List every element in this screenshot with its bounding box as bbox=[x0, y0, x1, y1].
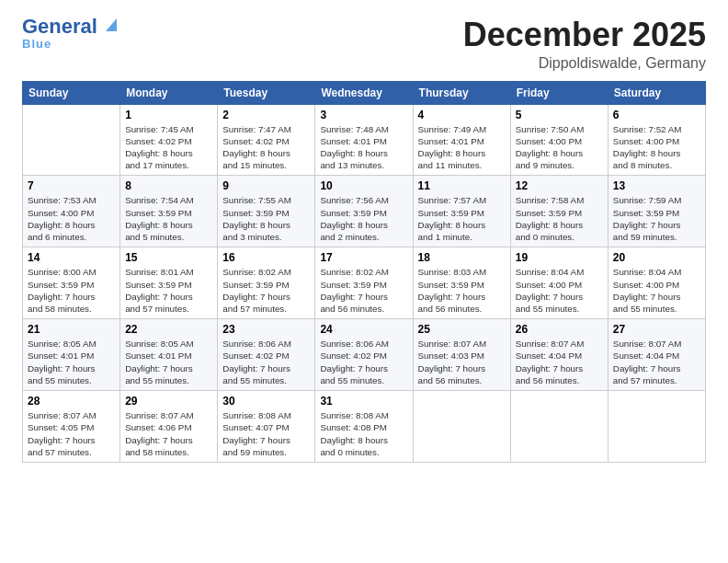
calendar-title: December 2025 bbox=[463, 17, 706, 53]
day-number: 11 bbox=[418, 179, 506, 192]
day-info: Sunrise: 8:08 AMSunset: 4:07 PMDaylight:… bbox=[222, 409, 310, 458]
table-row: 24Sunrise: 8:06 AMSunset: 4:02 PMDayligh… bbox=[315, 319, 413, 391]
day-number: 17 bbox=[320, 251, 407, 264]
logo-icon bbox=[98, 15, 119, 35]
day-info: Sunrise: 7:56 AMSunset: 3:59 PMDaylight:… bbox=[320, 194, 407, 243]
col-thursday: Thursday bbox=[413, 81, 510, 104]
table-row: 10Sunrise: 7:56 AMSunset: 3:59 PMDayligh… bbox=[315, 176, 413, 247]
header: General Blue December 2025 Dippoldiswald… bbox=[22, 17, 706, 72]
day-number: 12 bbox=[516, 179, 603, 192]
table-row: 22Sunrise: 8:05 AMSunset: 4:01 PMDayligh… bbox=[120, 319, 218, 391]
calendar-week-row: 1Sunrise: 7:45 AMSunset: 4:02 PMDaylight… bbox=[23, 104, 706, 176]
table-row: 21Sunrise: 8:05 AMSunset: 4:01 PMDayligh… bbox=[23, 319, 120, 391]
day-number: 27 bbox=[613, 323, 700, 336]
calendar-week-row: 7Sunrise: 7:53 AMSunset: 4:00 PMDaylight… bbox=[23, 176, 706, 247]
day-info: Sunrise: 8:07 AMSunset: 4:04 PMDaylight:… bbox=[613, 338, 700, 386]
calendar-week-row: 14Sunrise: 8:00 AMSunset: 3:59 PMDayligh… bbox=[23, 247, 706, 319]
day-number: 14 bbox=[28, 251, 115, 264]
logo-general: General bbox=[22, 17, 97, 37]
calendar-subtitle: Dippoldiswalde, Germany bbox=[463, 55, 706, 72]
svg-marker-0 bbox=[106, 18, 117, 31]
day-info: Sunrise: 8:08 AMSunset: 4:08 PMDaylight:… bbox=[320, 409, 407, 458]
table-row: 14Sunrise: 8:00 AMSunset: 3:59 PMDayligh… bbox=[23, 247, 120, 319]
day-number: 1 bbox=[125, 109, 212, 121]
day-info: Sunrise: 7:55 AMSunset: 3:59 PMDaylight:… bbox=[222, 194, 310, 243]
logo-blue: Blue bbox=[22, 37, 51, 51]
day-info: Sunrise: 8:01 AMSunset: 3:59 PMDaylight:… bbox=[125, 266, 212, 315]
day-number: 6 bbox=[613, 109, 700, 121]
day-info: Sunrise: 7:53 AMSunset: 4:00 PMDaylight:… bbox=[28, 194, 115, 243]
table-row: 27Sunrise: 8:07 AMSunset: 4:04 PMDayligh… bbox=[608, 319, 705, 391]
day-info: Sunrise: 7:50 AMSunset: 4:00 PMDaylight:… bbox=[516, 123, 603, 172]
col-sunday: Sunday bbox=[23, 81, 120, 104]
table-row: 9Sunrise: 7:55 AMSunset: 3:59 PMDaylight… bbox=[218, 176, 315, 247]
day-info: Sunrise: 8:02 AMSunset: 3:59 PMDaylight:… bbox=[320, 266, 407, 315]
logo: General Blue bbox=[22, 17, 119, 51]
day-number: 21 bbox=[28, 323, 115, 336]
day-number: 9 bbox=[222, 179, 310, 192]
title-block: December 2025 Dippoldiswalde, Germany bbox=[463, 17, 706, 72]
table-row: 3Sunrise: 7:48 AMSunset: 4:01 PMDaylight… bbox=[315, 104, 413, 176]
day-info: Sunrise: 7:59 AMSunset: 3:59 PMDaylight:… bbox=[613, 194, 700, 243]
table-row: 2Sunrise: 7:47 AMSunset: 4:02 PMDaylight… bbox=[218, 104, 315, 176]
day-number: 24 bbox=[320, 323, 407, 336]
day-number: 30 bbox=[222, 395, 310, 408]
day-info: Sunrise: 8:05 AMSunset: 4:01 PMDaylight:… bbox=[28, 338, 115, 386]
col-monday: Monday bbox=[120, 81, 218, 104]
day-info: Sunrise: 7:49 AMSunset: 4:01 PMDaylight:… bbox=[418, 123, 506, 172]
day-info: Sunrise: 8:00 AMSunset: 3:59 PMDaylight:… bbox=[28, 266, 115, 315]
day-number: 8 bbox=[125, 179, 212, 192]
day-info: Sunrise: 8:07 AMSunset: 4:05 PMDaylight:… bbox=[28, 409, 115, 458]
day-number: 28 bbox=[28, 395, 115, 408]
day-number: 23 bbox=[222, 323, 310, 336]
table-row: 4Sunrise: 7:49 AMSunset: 4:01 PMDaylight… bbox=[413, 104, 510, 176]
day-number: 29 bbox=[125, 395, 212, 408]
table-row: 25Sunrise: 8:07 AMSunset: 4:03 PMDayligh… bbox=[413, 319, 510, 391]
table-row: 7Sunrise: 7:53 AMSunset: 4:00 PMDaylight… bbox=[23, 176, 120, 247]
calendar-header-row: Sunday Monday Tuesday Wednesday Thursday… bbox=[23, 81, 706, 104]
page: General Blue December 2025 Dippoldiswald… bbox=[0, 0, 728, 474]
day-info: Sunrise: 8:06 AMSunset: 4:02 PMDaylight:… bbox=[222, 338, 310, 386]
col-tuesday: Tuesday bbox=[218, 81, 315, 104]
table-row: 29Sunrise: 8:07 AMSunset: 4:06 PMDayligh… bbox=[120, 391, 218, 463]
day-info: Sunrise: 7:57 AMSunset: 3:59 PMDaylight:… bbox=[418, 194, 506, 243]
table-row: 28Sunrise: 8:07 AMSunset: 4:05 PMDayligh… bbox=[23, 391, 120, 463]
table-row: 13Sunrise: 7:59 AMSunset: 3:59 PMDayligh… bbox=[608, 176, 705, 247]
day-number: 7 bbox=[28, 179, 115, 192]
day-info: Sunrise: 7:45 AMSunset: 4:02 PMDaylight:… bbox=[125, 123, 212, 172]
table-row bbox=[413, 391, 510, 463]
day-number: 25 bbox=[418, 323, 506, 336]
table-row: 17Sunrise: 8:02 AMSunset: 3:59 PMDayligh… bbox=[315, 247, 413, 319]
day-info: Sunrise: 8:07 AMSunset: 4:04 PMDaylight:… bbox=[516, 338, 603, 386]
table-row: 31Sunrise: 8:08 AMSunset: 4:08 PMDayligh… bbox=[315, 391, 413, 463]
day-number: 26 bbox=[516, 323, 603, 336]
table-row: 16Sunrise: 8:02 AMSunset: 3:59 PMDayligh… bbox=[218, 247, 315, 319]
day-info: Sunrise: 8:03 AMSunset: 3:59 PMDaylight:… bbox=[418, 266, 506, 315]
day-info: Sunrise: 7:54 AMSunset: 3:59 PMDaylight:… bbox=[125, 194, 212, 243]
table-row: 20Sunrise: 8:04 AMSunset: 4:00 PMDayligh… bbox=[608, 247, 705, 319]
day-info: Sunrise: 7:47 AMSunset: 4:02 PMDaylight:… bbox=[222, 123, 310, 172]
table-row: 5Sunrise: 7:50 AMSunset: 4:00 PMDaylight… bbox=[510, 104, 608, 176]
calendar-week-row: 28Sunrise: 8:07 AMSunset: 4:05 PMDayligh… bbox=[23, 391, 706, 463]
day-number: 16 bbox=[222, 251, 310, 264]
day-number: 10 bbox=[320, 179, 407, 192]
table-row: 30Sunrise: 8:08 AMSunset: 4:07 PMDayligh… bbox=[218, 391, 315, 463]
day-info: Sunrise: 7:48 AMSunset: 4:01 PMDaylight:… bbox=[320, 123, 407, 172]
table-row: 26Sunrise: 8:07 AMSunset: 4:04 PMDayligh… bbox=[510, 319, 608, 391]
day-number: 5 bbox=[516, 109, 603, 121]
day-number: 18 bbox=[418, 251, 506, 264]
table-row bbox=[608, 391, 705, 463]
table-row bbox=[510, 391, 608, 463]
day-info: Sunrise: 7:58 AMSunset: 3:59 PMDaylight:… bbox=[516, 194, 603, 243]
col-wednesday: Wednesday bbox=[315, 81, 413, 104]
table-row: 23Sunrise: 8:06 AMSunset: 4:02 PMDayligh… bbox=[218, 319, 315, 391]
day-info: Sunrise: 8:07 AMSunset: 4:06 PMDaylight:… bbox=[125, 409, 212, 458]
table-row: 18Sunrise: 8:03 AMSunset: 3:59 PMDayligh… bbox=[413, 247, 510, 319]
day-number: 20 bbox=[613, 251, 700, 264]
day-info: Sunrise: 8:04 AMSunset: 4:00 PMDaylight:… bbox=[613, 266, 700, 315]
table-row: 15Sunrise: 8:01 AMSunset: 3:59 PMDayligh… bbox=[120, 247, 218, 319]
day-number: 3 bbox=[320, 109, 407, 121]
day-info: Sunrise: 8:07 AMSunset: 4:03 PMDaylight:… bbox=[418, 338, 506, 386]
col-friday: Friday bbox=[510, 81, 608, 104]
day-number: 15 bbox=[125, 251, 212, 264]
